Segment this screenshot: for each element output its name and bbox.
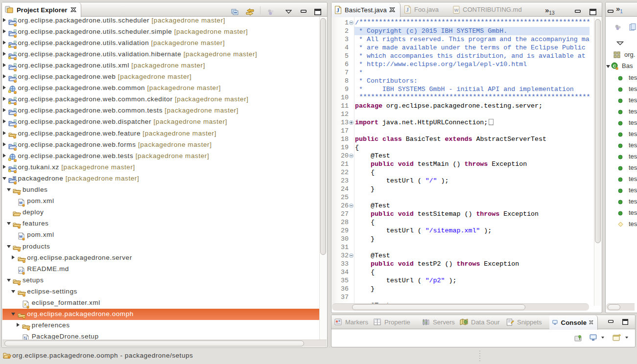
svg-text:W: W: [454, 7, 459, 12]
svg-text:J: J: [406, 6, 409, 13]
svg-text:M: M: [19, 201, 23, 205]
svg-text:M: M: [19, 234, 23, 239]
svg-text:M: M: [13, 176, 16, 179]
svg-text:J: J: [336, 7, 339, 14]
svg-text:X: X: [24, 302, 27, 307]
